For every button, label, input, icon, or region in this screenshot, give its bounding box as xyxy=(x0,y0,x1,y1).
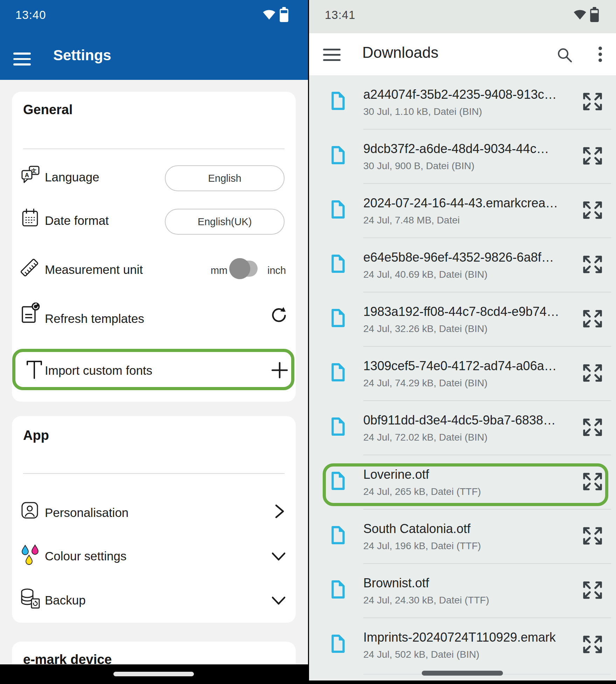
chevron-down-icon[interactable] xyxy=(271,551,286,562)
unit-toggle[interactable] xyxy=(232,261,258,277)
section-heading: App xyxy=(23,428,49,443)
file-name: 0bf911dd-d3e4-4dc5-9ba7-6838… xyxy=(363,413,556,428)
file-meta: 24 Jul, 74.29 kB, Datei (BIN) xyxy=(363,378,488,389)
file-name: e64e5b8e-96ef-4352-9826-6a8f… xyxy=(363,250,554,265)
battery-icon xyxy=(279,7,289,22)
app-section: App Personalisation Colour settings xyxy=(12,416,296,623)
list-item[interactable]: Imprints-20240724T110929.emark 24 Jul, 5… xyxy=(309,618,616,672)
file-name: 1983a192-ff08-44c7-8cd4-e9b74… xyxy=(363,304,559,319)
language-select[interactable]: English xyxy=(165,165,285,191)
expand-icon[interactable] xyxy=(581,199,604,221)
file-icon xyxy=(331,363,345,382)
page-title: Settings xyxy=(53,47,111,64)
measurement-label: Measurement unit xyxy=(45,263,143,277)
status-time: 13:40 xyxy=(15,8,46,22)
expand-icon[interactable] xyxy=(581,579,604,601)
backup-label: Backup xyxy=(45,593,86,607)
personalisation-label: Personalisation xyxy=(45,506,128,520)
loverine-highlight xyxy=(323,463,608,506)
file-icon xyxy=(331,634,345,653)
list-item[interactable]: 9dcb37f2-a6de-48d4-9034-44c… 30 Jul, 900… xyxy=(309,130,616,184)
downloads-screen: 13:41 Downloads a244074f-35b2-4235-9408-… xyxy=(309,0,616,684)
file-meta: 24 Jul, 72.02 kB, Datei (BIN) xyxy=(363,432,488,443)
list-item[interactable]: South Catalonia.otf 24 Jul, 196 kB, Date… xyxy=(309,510,616,564)
search-icon[interactable] xyxy=(556,47,573,63)
expand-icon[interactable] xyxy=(581,91,604,112)
file-name: Imprints-20240724T110929.emark xyxy=(363,630,556,645)
chevron-down-icon[interactable] xyxy=(271,595,286,606)
chevron-right-icon[interactable] xyxy=(274,504,286,519)
date-format-label: Date format xyxy=(45,214,109,228)
bottom-edge xyxy=(309,680,616,684)
file-name: South Catalonia.otf xyxy=(363,521,470,536)
home-indicator[interactable] xyxy=(422,671,503,676)
menu-icon[interactable] xyxy=(323,49,341,62)
file-meta: 24 Jul, 7.48 MB, Datei xyxy=(363,215,460,226)
file-icon xyxy=(331,146,345,165)
refresh-templates-label: Refresh templates xyxy=(45,312,144,326)
file-icon xyxy=(331,526,345,545)
wifi-icon xyxy=(262,9,276,20)
list-item[interactable]: 0bf911dd-d3e4-4dc5-9ba7-6838… 24 Jul, 72… xyxy=(309,401,616,455)
file-meta: 24 Jul, 196 kB, Datei (TTF) xyxy=(363,540,481,552)
divider xyxy=(23,148,285,149)
colour-settings-icon xyxy=(20,544,40,565)
status-time: 13:41 xyxy=(325,8,356,22)
file-icon xyxy=(331,309,345,327)
menu-icon[interactable] xyxy=(13,53,31,66)
general-section: General 文 A Language English Date format… xyxy=(12,92,296,402)
file-meta: 24 Jul, 502 kB, Datei (BIN) xyxy=(363,649,479,660)
personalisation-icon xyxy=(21,502,38,519)
battery-icon xyxy=(590,7,599,22)
unit-inch-label: inch xyxy=(267,265,286,276)
wifi-icon xyxy=(573,9,587,20)
settings-header: 13:40 Settings xyxy=(0,0,308,80)
plus-icon[interactable] xyxy=(271,361,288,379)
expand-icon[interactable] xyxy=(581,145,604,167)
import-fonts-label: Import custom fonts xyxy=(45,364,152,378)
unit-mm-label: mm xyxy=(204,265,227,276)
file-meta: 30 Jul, 900 B, Datei (BIN) xyxy=(363,160,474,172)
file-meta: 24 Jul, 24.30 kB, Datei (TTF) xyxy=(363,595,489,606)
settings-screen: 13:40 Settings General 文 A Language Engl… xyxy=(0,0,308,684)
list-item[interactable]: 1309cef5-74e0-4172-ad74-a06a… 24 Jul, 74… xyxy=(309,347,616,401)
file-meta: 24 Jul, 40.69 kB, Datei (BIN) xyxy=(363,269,488,280)
expand-icon[interactable] xyxy=(581,362,604,384)
expand-icon[interactable] xyxy=(581,254,604,275)
expand-icon[interactable] xyxy=(581,525,604,547)
translate-icon: 文 A xyxy=(21,165,40,184)
expand-icon[interactable] xyxy=(581,634,604,655)
file-icon xyxy=(331,91,345,110)
text-T-icon xyxy=(25,359,43,380)
status-bar: 13:41 xyxy=(309,0,616,33)
file-name: 9dcb37f2-a6de-48d4-9034-44c… xyxy=(363,141,549,156)
list-item[interactable]: a244074f-35b2-4235-9408-913c… 30 Jul, 1.… xyxy=(309,75,616,130)
file-icon xyxy=(331,200,345,219)
list-item[interactable]: e64e5b8e-96ef-4352-9826-6a8f… 24 Jul, 40… xyxy=(309,238,616,292)
language-label: Language xyxy=(45,170,99,184)
refresh-templates-icon xyxy=(20,302,41,324)
more-options-icon[interactable] xyxy=(598,46,602,63)
svg-text:A: A xyxy=(25,172,29,179)
toggle-knob[interactable] xyxy=(229,258,250,279)
file-icon xyxy=(331,254,345,273)
calendar-icon xyxy=(21,208,39,228)
file-meta: 24 Jul, 32.26 kB, Datei (BIN) xyxy=(363,323,488,334)
colour-settings-label: Colour settings xyxy=(45,549,126,563)
downloads-header: Downloads xyxy=(309,33,616,75)
expand-icon[interactable] xyxy=(581,308,604,330)
list-item[interactable]: 2024-07-24-16-44-43.emarkcrea… 24 Jul, 7… xyxy=(309,184,616,238)
page-title: Downloads xyxy=(362,44,439,61)
file-icon xyxy=(331,580,345,599)
list-item[interactable]: 1983a192-ff08-44c7-8cd4-e9b74… 24 Jul, 3… xyxy=(309,292,616,347)
file-name: Brownist.otf xyxy=(363,576,429,590)
ruler-icon xyxy=(20,258,39,277)
expand-icon[interactable] xyxy=(581,416,604,438)
file-meta: 30 Jul, 1.10 kB, Datei (BIN) xyxy=(363,106,482,117)
home-indicator[interactable] xyxy=(113,672,194,676)
list-item[interactable]: Brownist.otf 24 Jul, 24.30 kB, Datei (TT… xyxy=(309,564,616,618)
file-icon xyxy=(331,417,345,436)
date-format-select[interactable]: English(UK) xyxy=(165,209,285,235)
navigation-bar xyxy=(0,664,308,684)
sync-icon[interactable] xyxy=(270,306,287,324)
